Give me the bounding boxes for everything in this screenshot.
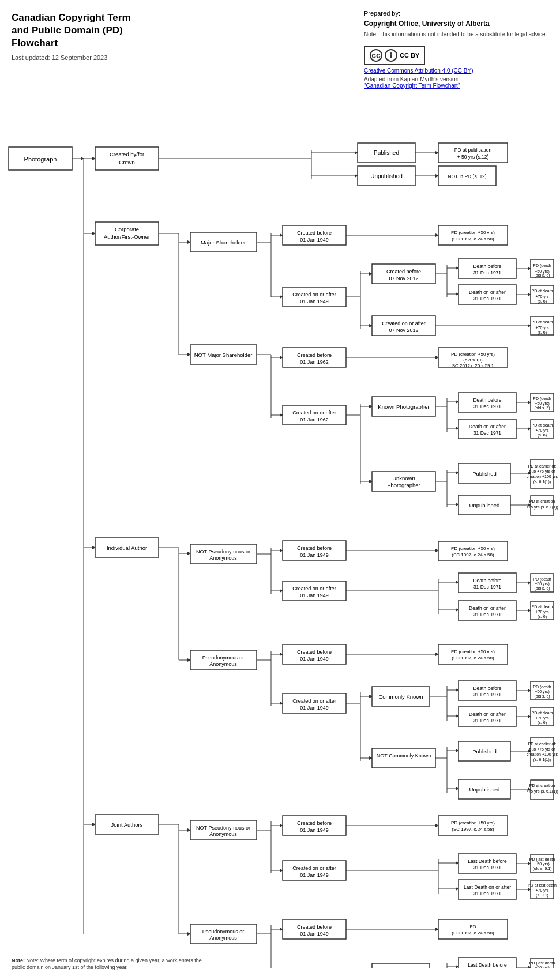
svg-text:Photographer: Photographer: [387, 482, 420, 488]
svg-text:Unpublished: Unpublished: [469, 786, 500, 793]
svg-rect-44: [438, 225, 508, 245]
svg-text:07 Nov 2012: 07 Nov 2012: [389, 327, 418, 333]
adapted-link[interactable]: "Canadian Copyright Term Flowchart": [364, 82, 460, 89]
svg-text:(s. 6.1(1)): (s. 6.1(1)): [533, 757, 551, 762]
svg-text:31 Dec 1971: 31 Dec 1971: [473, 718, 501, 723]
prepared-by: Prepared by: Copyright Office, Universit…: [364, 9, 548, 29]
cc-icon: cc: [370, 49, 382, 62]
svg-text:+50 yrs): +50 yrs): [535, 582, 549, 586]
svg-text:31 Dec 1971: 31 Dec 1971: [473, 430, 501, 436]
svg-text:Created before: Created before: [297, 230, 332, 236]
svg-text:Anonymous: Anonymous: [209, 831, 237, 837]
svg-text:PD (creation +50 yrs): PD (creation +50 yrs): [451, 649, 495, 654]
svg-text:PD (death: PD (death: [533, 397, 551, 401]
svg-text:Created by/for: Created by/for: [110, 151, 144, 157]
by-icon: [385, 49, 397, 62]
svg-text:Individual Author: Individual Author: [107, 545, 147, 551]
cc-by-label: CC BY: [400, 52, 419, 59]
svg-text:PD (last death: PD (last death: [529, 857, 555, 862]
svg-text:Author/First-Owner: Author/First-Owner: [104, 233, 150, 240]
svg-rect-309: [438, 919, 508, 939]
svg-text:+70 yrs: +70 yrs: [535, 610, 549, 615]
svg-text:(SC 1997, c.24 s.58): (SC 1997, c.24 s.58): [452, 655, 494, 661]
svg-text:01 Jan 1949: 01 Jan 1949: [300, 552, 329, 558]
svg-text:01 Jan 1949: 01 Jan 1949: [300, 299, 329, 304]
svg-rect-1: [390, 55, 392, 58]
svg-text:pub +75 yrs or: pub +75 yrs or: [529, 747, 556, 752]
last-updated: Last updated: 12 September 2023: [12, 54, 131, 61]
svg-text:NOT Pseudonymous or: NOT Pseudonymous or: [196, 549, 250, 555]
svg-text:Created before: Created before: [297, 649, 332, 655]
svg-text:Death before: Death before: [473, 397, 501, 403]
svg-text:pub +75 yrs or: pub +75 yrs or: [529, 469, 556, 474]
svg-text:01 Jan 1949: 01 Jan 1949: [300, 705, 329, 711]
svg-text:(s. 6): (s. 6): [538, 721, 547, 725]
svg-text:PD (creation +50 yrs): PD (creation +50 yrs): [451, 352, 495, 357]
prepared-by-label: Prepared by:: [364, 10, 400, 17]
svg-text:Created on or after: Created on or after: [292, 410, 336, 416]
svg-text:+50 yrs): +50 yrs): [535, 862, 549, 866]
svg-text:Unpublished: Unpublished: [469, 502, 500, 508]
svg-text:PD (last death: PD (last death: [529, 961, 555, 966]
svg-text:+75 yrs (s. 6.1(1)): +75 yrs (s. 6.1(1)): [526, 789, 558, 794]
svg-text:Known Photographer: Known Photographer: [378, 404, 429, 410]
svg-text:PD at earlier of:: PD at earlier of:: [528, 742, 557, 746]
svg-text:Corporate: Corporate: [115, 226, 139, 232]
note-text: Note: This information is not intended t…: [364, 31, 548, 37]
svg-text:Death before: Death before: [473, 578, 501, 583]
svg-text:(old s.10): (old s.10): [463, 357, 483, 363]
svg-text:(SC 1997, c.24 s.58): (SC 1997, c.24 s.58): [452, 930, 494, 936]
svg-text:PD at death: PD at death: [532, 711, 553, 715]
header-right: Prepared by: Copyright Office, Universit…: [364, 9, 548, 89]
svg-text:31 Dec 1971: 31 Dec 1971: [473, 692, 501, 698]
svg-text:Pseudonymous or: Pseudonymous or: [202, 929, 245, 934]
footer-note: Note: Note: Where term of copyright expi…: [12, 957, 213, 971]
svg-rect-7: [95, 147, 159, 170]
svg-text:Published: Published: [472, 470, 497, 477]
svg-text:NOT in PD (s. 12): NOT in PD (s. 12): [448, 174, 487, 179]
svg-text:Last Death before: Last Death before: [468, 962, 507, 968]
svg-text:PD (death: PD (death: [533, 685, 551, 689]
svg-text:Photograph: Photograph: [24, 156, 57, 163]
svg-text:31 Dec 1971: 31 Dec 1971: [473, 865, 501, 870]
svg-text:31 Dec 1971: 31 Dec 1971: [473, 891, 501, 896]
svg-text:PD at death: PD at death: [532, 289, 553, 293]
svg-text:PD at death: PD at death: [532, 423, 553, 427]
page-title: Canadian Copyright Termand Public Domain…: [12, 12, 131, 50]
svg-text:(SC 1997, c.24 s.58): (SC 1997, c.24 s.58): [452, 827, 494, 832]
svg-text:01 Jan 1949: 01 Jan 1949: [300, 872, 329, 878]
svg-text:Crown: Crown: [119, 159, 134, 165]
svg-text:+75 yrs (s. 6.1(1)): +75 yrs (s. 6.1(1)): [526, 505, 558, 510]
svg-text:(s. 6): (s. 6): [538, 299, 547, 304]
svg-text:Anonymous: Anonymous: [209, 935, 237, 941]
svg-rect-271: [438, 816, 508, 835]
svg-text:PD (creation +50 yrs): PD (creation +50 yrs): [451, 820, 495, 826]
cc-link[interactable]: Creative Commons Attribution 4.0 (CC BY): [364, 67, 548, 74]
svg-text:31 Dec 1971: 31 Dec 1971: [473, 612, 501, 617]
svg-text:(old s. 6): (old s. 6): [534, 406, 550, 410]
svg-text:NOT Pseudonymous or: NOT Pseudonymous or: [196, 825, 250, 831]
adapted-text: Adapted from Kaplan-Myrth's version "Can…: [364, 76, 548, 89]
svg-rect-319: [372, 963, 430, 968]
svg-text:Created before: Created before: [297, 924, 332, 930]
svg-text:Anonymous: Anonymous: [209, 555, 237, 561]
svg-text:+ 50 yrs (s.12): + 50 yrs (s.12): [457, 154, 489, 160]
flowchart: Photograph Created by/for Crown Publi: [0, 92, 560, 968]
svg-point-0: [390, 52, 392, 55]
svg-text:01 Jan 1949: 01 Jan 1949: [300, 593, 329, 598]
svg-text:(old s. 9.1): (old s. 9.1): [532, 866, 551, 871]
svg-text:01 Jan 1949: 01 Jan 1949: [300, 656, 329, 662]
svg-text:01 Jan 1962: 01 Jan 1962: [300, 359, 329, 365]
svg-rect-202: [438, 644, 508, 664]
svg-text:Death on or after: Death on or after: [469, 424, 506, 429]
svg-text:+70 yrs: +70 yrs: [535, 326, 549, 330]
svg-text:+50 yrs): +50 yrs): [535, 401, 549, 406]
prepared-by-org: Copyright Office, University of Alberta: [364, 20, 490, 28]
svg-text:Published: Published: [472, 748, 497, 755]
svg-text:SC 2012 c.20 s.59.1: SC 2012 c.20 s.59.1: [452, 363, 494, 368]
svg-text:NOT Commonly Known: NOT Commonly Known: [377, 753, 431, 759]
svg-text:+70 yrs: +70 yrs: [535, 716, 549, 721]
svg-text:Created before: Created before: [297, 820, 332, 826]
svg-text:+50 yrs): +50 yrs): [535, 966, 549, 968]
page: Canadian Copyright Termand Public Domain…: [0, 0, 560, 980]
